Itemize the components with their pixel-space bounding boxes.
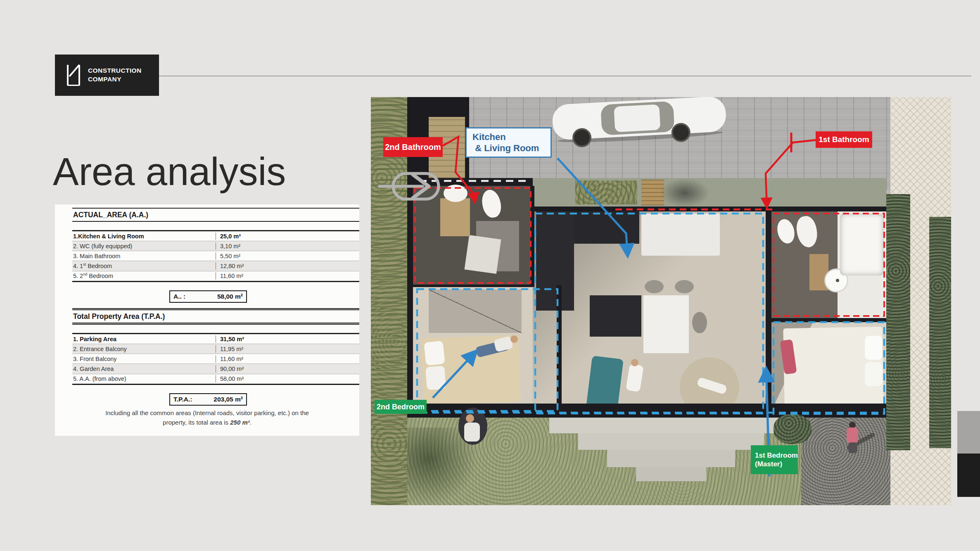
living-sofa xyxy=(641,214,720,256)
car-roof xyxy=(614,104,660,132)
label-kitchen-living: Kitchen & Living Room xyxy=(465,127,552,158)
row-value: 12,80 m² xyxy=(216,262,244,270)
entrance-planter xyxy=(575,180,637,204)
logo-monogram-icon xyxy=(66,64,81,86)
table-row: 1.Kitchen & Living Room25,0 m² xyxy=(72,231,359,241)
gravel-path-right xyxy=(801,418,890,505)
table-row: 3. Main Bathroom5,50 m² xyxy=(72,251,359,261)
logo-line2: COMPANY xyxy=(88,75,142,84)
row-label: 2. Entrance Balcony xyxy=(72,345,216,353)
label-bathroom2: 2nd Bathroom xyxy=(383,137,443,157)
bedroom2-wardrobe xyxy=(429,290,522,333)
row-label: 5. A.A. (from above) xyxy=(72,375,216,382)
wall-living-right xyxy=(766,207,771,418)
bathroom1-shower-tub xyxy=(840,214,884,276)
table-row: 5. 2nd Bedroom11,60 m² xyxy=(72,271,359,281)
label-bedroom2: 2nd Bedroom xyxy=(375,400,427,414)
bedroom1-pillow-1 xyxy=(865,336,882,360)
label-bedroom2-text: 2nd Bedroom xyxy=(377,402,425,412)
logo-line1: CONSTRUCTION xyxy=(88,66,142,75)
walking-person-legs xyxy=(848,442,857,453)
label-bathroom1-text: 1st Bathroom xyxy=(819,135,869,145)
area-table-panel: ACTUAL_AREA (A.A.) 1.Kitchen & Living Ro… xyxy=(55,204,359,436)
tpa-total-label: T.P.A.: xyxy=(173,396,192,403)
row-label: 4. 1st Bedroom xyxy=(72,262,216,270)
label-bathroom2-text: 2nd Bathroom xyxy=(385,142,441,152)
bathroom2-sink xyxy=(444,185,467,202)
bedroom2-person-head xyxy=(510,335,518,343)
hedge-right-inner xyxy=(886,194,910,450)
terrace-step-3 xyxy=(607,450,735,467)
dining-chair-3 xyxy=(692,312,707,333)
logo-text: CONSTRUCTION COMPANY xyxy=(88,66,142,84)
bedroom1-line2: (Master) xyxy=(755,460,782,468)
actual-area-total-label: A.. : xyxy=(173,293,185,300)
footer-line2: property, its total area is xyxy=(163,419,230,426)
tpa-header: Total Property Area (T.P.A.) xyxy=(72,308,359,325)
row-value: 90,00 m² xyxy=(216,365,244,373)
table-row: 2. Entrance Balcony11,95 m² xyxy=(72,344,359,354)
table-row: 3. Front Balcony11,60 m² xyxy=(72,354,359,364)
footer-total-area: 250 m² xyxy=(230,419,250,426)
dining-table xyxy=(643,295,689,353)
bedroom2-pillow-2 xyxy=(425,366,446,390)
kitchen-island xyxy=(590,295,641,337)
bedroom1-pillow-2 xyxy=(865,362,882,386)
row-value: 25,0 m² xyxy=(216,233,241,240)
table-row: 4. Garden Area90,00 m² xyxy=(72,364,359,374)
actual-area-total: A.. : 58,00 m² xyxy=(169,290,247,303)
terrace-step-4 xyxy=(636,467,706,481)
kitchen-counter-side xyxy=(536,211,574,311)
row-label: 4. Garden Area xyxy=(72,365,216,373)
table-row: 5. A.A. (from above)58,00 m² xyxy=(72,374,359,384)
wall-bed2-living xyxy=(557,285,562,405)
tpa-total-value: 203,05 m² xyxy=(214,396,243,403)
bathroom2-shower-glass xyxy=(465,235,501,274)
label-bathroom1: 1st Bathroom xyxy=(816,131,872,148)
terrace-step-2 xyxy=(578,433,764,450)
row-value: 11,60 m² xyxy=(216,272,243,280)
actual-area-total-value: 58,00 m² xyxy=(217,293,243,300)
row-label: 3. Main Bathroom xyxy=(72,252,216,260)
row-label: 1. Parking Area xyxy=(72,335,216,343)
garden-plant xyxy=(774,414,812,444)
row-value: 11,95 m² xyxy=(216,345,243,353)
row-value: 31,50 m² xyxy=(216,335,244,343)
tpa-total: T.P.A.: 203,05 m² xyxy=(169,393,247,406)
tpa-table: 1. Parking Area31,50 m²2. Entrance Balco… xyxy=(72,333,359,385)
hedge-right-outer xyxy=(929,217,951,448)
kitchen-line2: & Living Room xyxy=(475,143,539,153)
dining-chair-2 xyxy=(675,280,694,293)
bathroom1-sink-drain xyxy=(836,279,839,282)
row-label: 3. Front Balcony xyxy=(72,355,216,363)
actual-area-section: ACTUAL_AREA (A.A.) 1.Kitchen & Living Ro… xyxy=(72,208,359,303)
row-value: 5,50 m² xyxy=(216,252,240,260)
bedroom2-pillow-1 xyxy=(424,341,445,366)
terrace-step-1 xyxy=(549,418,793,433)
header-divider-line xyxy=(159,76,971,76)
page-title: Area analysis xyxy=(53,150,286,194)
row-label: 5. 2nd Bedroom xyxy=(72,272,216,280)
row-value: 3,10 m² xyxy=(216,242,240,250)
sitting-person-torso xyxy=(464,423,480,442)
table-row: 2. WC (fully equipped)3,10 m² xyxy=(72,241,359,251)
bathroom2-vanity xyxy=(440,198,470,236)
actual-area-table: 1.Kitchen & Living Room25,0 m²2. WC (ful… xyxy=(72,230,359,282)
row-label: 2. WC (fully equipped) xyxy=(72,242,216,250)
label-bedroom1: 1st Bedroom (Master) xyxy=(751,445,798,474)
label-bedroom1-text: 1st Bedroom (Master) xyxy=(755,451,798,469)
row-label: 1.Kitchen & Living Room xyxy=(72,233,216,240)
table-row: 4. 1st Bedroom12,80 m² xyxy=(72,261,359,271)
bedroom1-line1: 1st Bedroom xyxy=(755,451,798,459)
wall-bath2-living xyxy=(530,186,534,287)
tpa-section: Total Property Area (T.P.A.) 1. Parking … xyxy=(72,308,359,406)
standing-person-head xyxy=(631,359,638,366)
deco-rect-gray xyxy=(957,411,980,454)
company-logo: CONSTRUCTION COMPANY xyxy=(55,55,159,96)
dining-chair-1 xyxy=(645,280,664,293)
table-row: 1. Parking Area31,50 m² xyxy=(72,334,359,344)
floor-plan-render: 2nd Bathroom Kitchen & Living Room 1st B… xyxy=(371,97,951,505)
deco-rect-black xyxy=(957,454,980,497)
label-kitchen-living-text: Kitchen & Living Room xyxy=(472,131,539,154)
grass-strip-left xyxy=(371,97,407,505)
